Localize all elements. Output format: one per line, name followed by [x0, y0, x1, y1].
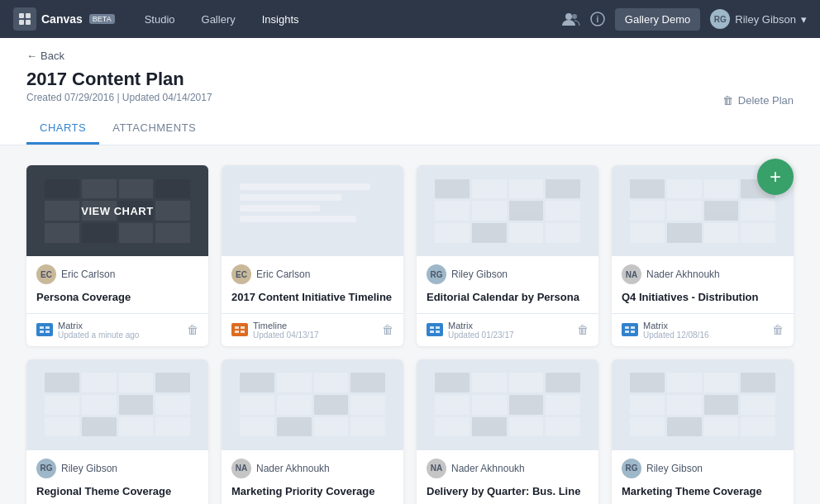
- card-author: NA Nader Akhnoukh: [612, 256, 794, 288]
- card-title: 2017 Content Initiative Timeline: [222, 288, 403, 313]
- chart-card[interactable]: VIEW CHART EC Eric Carlson 2017 Content …: [222, 165, 403, 346]
- view-chart-label: VIEW CHART: [81, 398, 153, 411]
- type-icon: [622, 323, 638, 336]
- view-chart-label: VIEW CHART: [276, 398, 348, 411]
- author-avatar: NA: [622, 264, 641, 284]
- card-preview: VIEW CHART: [222, 165, 403, 256]
- card-title: Editorial Calendar by Persona: [417, 288, 598, 313]
- svg-rect-0: [19, 13, 24, 18]
- svg-rect-13: [241, 326, 245, 329]
- card-title: Marketing Priority Coverage: [222, 482, 403, 504]
- nav-studio[interactable]: Studio: [131, 0, 188, 38]
- chart-card[interactable]: VIEW CHART EC Eric Carlson Persona Cover…: [26, 165, 208, 346]
- type-icon: [427, 323, 443, 336]
- gallery-demo-button[interactable]: Gallery Demo: [615, 8, 700, 31]
- tab-charts[interactable]: CHARTS: [26, 113, 99, 145]
- back-link[interactable]: ← Back: [26, 50, 794, 62]
- author-name: Nader Akhnoukh: [646, 269, 720, 280]
- user-avatar: RG: [710, 9, 730, 29]
- card-preview: VIEW CHART: [222, 359, 403, 450]
- type-date: Updated 04/13/17: [253, 330, 319, 340]
- card-author: RG Riley Gibson: [417, 256, 598, 288]
- card-preview: VIEW CHART: [26, 165, 208, 256]
- view-chart-label: VIEW CHART: [471, 398, 543, 411]
- delete-chart-icon[interactable]: 🗑: [772, 323, 784, 336]
- card-author: NA Nader Akhnoukh: [417, 450, 598, 482]
- type-name: Matrix: [58, 321, 139, 330]
- author-name: Riley Gibson: [646, 463, 703, 474]
- card-title: Persona Coverage: [26, 288, 208, 313]
- nav-gallery[interactable]: Gallery: [188, 0, 249, 38]
- card-preview: VIEW CHART: [612, 359, 794, 450]
- svg-rect-10: [40, 330, 44, 333]
- view-chart-label: VIEW CHART: [666, 205, 738, 217]
- chart-card[interactable]: VIEW CHART RG Riley Gibson Editorial Cal…: [417, 165, 598, 346]
- brand-name: Canvas: [41, 12, 83, 26]
- card-type: Matrix Updated a minute ago: [36, 321, 139, 340]
- navbar: CanvasBETA Studio Gallery Insights i Gal…: [0, 0, 820, 38]
- chart-card[interactable]: VIEW CHART NA Nader Akhnoukh Delivery by…: [417, 359, 598, 504]
- content-area: + VIEW CHART EC Eric Carlson Persona Cov…: [0, 145, 820, 504]
- card-footer: Matrix Updated 12/08/16 🗑: [612, 313, 794, 346]
- author-avatar: NA: [427, 459, 446, 478]
- add-chart-button[interactable]: +: [757, 159, 794, 195]
- author-name: Eric Carlson: [256, 269, 310, 280]
- delete-chart-icon[interactable]: 🗑: [577, 323, 589, 336]
- nav-insights[interactable]: Insights: [249, 0, 312, 38]
- author-name: Riley Gibson: [451, 269, 508, 280]
- delete-chart-icon[interactable]: 🗑: [187, 323, 198, 336]
- tabs: CHARTS ATTACHMENTS: [26, 113, 794, 145]
- card-preview: VIEW CHART: [417, 359, 598, 450]
- view-chart-label: VIEW CHART: [471, 205, 543, 217]
- info-icon[interactable]: i: [590, 12, 605, 26]
- svg-rect-8: [40, 326, 44, 329]
- author-name: Nader Akhnoukh: [451, 463, 525, 474]
- card-type: Timeline Updated 04/13/17: [231, 321, 319, 340]
- card-title: Marketing Theme Coverage: [612, 482, 794, 504]
- view-chart-label: VIEW CHART: [81, 205, 153, 217]
- page-title: 2017 Content Plan: [26, 69, 794, 90]
- user-chevron-icon: ▾: [801, 13, 807, 26]
- svg-rect-16: [430, 326, 434, 329]
- svg-rect-17: [436, 326, 440, 329]
- svg-rect-3: [26, 20, 31, 25]
- card-type: Matrix Updated 12/08/16: [622, 321, 709, 340]
- brand-icon: [13, 7, 36, 31]
- back-arrow-icon: ←: [26, 50, 37, 62]
- card-type: Matrix Updated 01/23/17: [427, 321, 514, 340]
- card-title: Q4 Initiatives - Distribution: [612, 288, 794, 313]
- card-footer: Timeline Updated 04/13/17 🗑: [222, 313, 403, 346]
- type-date: Updated 01/23/17: [448, 330, 514, 340]
- type-name: Matrix: [643, 321, 709, 330]
- svg-rect-1: [26, 13, 31, 18]
- page-header: ← Back 2017 Content Plan Created 07/29/2…: [0, 38, 820, 145]
- chart-card[interactable]: VIEW CHART NA Nader Akhnoukh Marketing P…: [222, 359, 403, 504]
- tab-attachments[interactable]: ATTACHMENTS: [99, 113, 209, 145]
- card-preview: VIEW CHART: [26, 359, 208, 450]
- author-avatar: EC: [231, 264, 251, 284]
- delete-chart-icon[interactable]: 🗑: [382, 323, 393, 336]
- navbar-right: i Gallery Demo RG Riley Gibson ▾: [562, 8, 807, 31]
- type-icon: [231, 323, 248, 336]
- chart-card[interactable]: VIEW CHART RG Riley Gibson Regional Them…: [26, 359, 208, 504]
- svg-point-4: [565, 13, 572, 20]
- user-menu[interactable]: RG Riley Gibson ▾: [710, 9, 807, 29]
- brand-beta: BETA: [89, 14, 115, 24]
- brand[interactable]: CanvasBETA: [13, 7, 115, 31]
- card-author: RG Riley Gibson: [26, 450, 208, 482]
- card-title: Delivery by Quarter: Bus. Line: [417, 482, 598, 504]
- type-name: Timeline: [253, 321, 319, 330]
- svg-rect-19: [436, 330, 440, 333]
- type-date: Updated 12/08/16: [643, 330, 709, 340]
- svg-rect-20: [625, 326, 629, 329]
- card-author: NA Nader Akhnoukh: [222, 450, 403, 482]
- svg-rect-12: [235, 326, 239, 329]
- card-author: EC Eric Carlson: [26, 256, 208, 288]
- card-author: RG Riley Gibson: [612, 450, 794, 482]
- delete-plan-button[interactable]: 🗑 Delete Plan: [722, 94, 794, 107]
- chart-card[interactable]: VIEW CHART RG Riley Gibson Marketing The…: [612, 359, 794, 504]
- card-preview: VIEW CHART: [417, 165, 598, 256]
- users-icon[interactable]: [562, 12, 580, 26]
- svg-rect-22: [625, 330, 629, 333]
- author-avatar: NA: [231, 459, 251, 478]
